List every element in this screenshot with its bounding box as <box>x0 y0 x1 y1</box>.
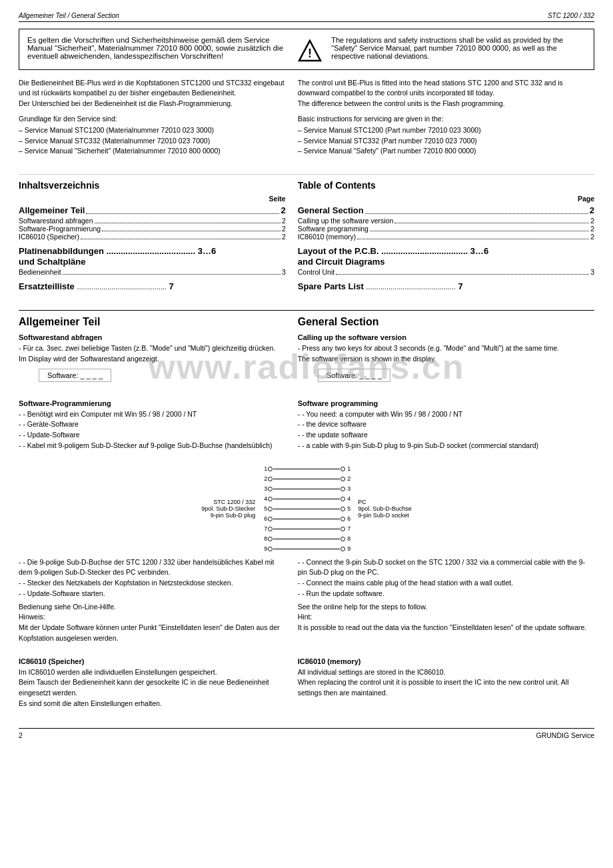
pin-diagram: 1 1 2 2 3 3 <box>259 465 354 553</box>
pin-circle-left <box>268 487 273 491</box>
pc-name: PC <box>358 499 412 505</box>
toc-left: Inhaltsverzeichnis Seite Allgemeiner Tei… <box>19 180 295 291</box>
toc-label: Bedieneinheit <box>19 268 61 276</box>
pin-row-5: 5 5 <box>259 505 354 513</box>
toc-label: IC86010 (memory) <box>298 233 356 241</box>
header-left: Allgemeiner Teil / General Section <box>19 12 119 19</box>
cable-diagram: STC 1200 / 332 9pol. Sub-D-Stecker 9-pin… <box>19 465 594 553</box>
ic-block-right: IC86010 (memory) All individual settings… <box>298 657 594 699</box>
pc-sublabel2: 9-pin Sub-D socket <box>358 512 412 519</box>
intro-section: Die Bedieneinheit BE-Plus wird in die Ko… <box>19 78 594 165</box>
pin-circle-left <box>268 497 273 501</box>
ic-title-right: IC86010 (memory) <box>298 657 594 665</box>
toc-label: Software programming <box>298 225 368 233</box>
list-item: - Geräte-Software <box>19 419 286 430</box>
software-box-right: Software: _ _ _ _ <box>318 369 390 382</box>
toc-schaltplane-left: und Schaltpläne <box>19 257 286 267</box>
toc-entry-ic-right: IC86010 (memory) 2 <box>298 233 594 241</box>
pin-circle-right <box>340 547 345 551</box>
warning-icon: ! <box>295 36 324 63</box>
toc-page-label-right: Page <box>578 195 594 203</box>
toc-right-heading: Table of Contents <box>298 180 594 191</box>
list-item: – Service Manual STC332 (Part number 720… <box>298 136 594 147</box>
pin-circle-left <box>268 537 273 541</box>
list-item: - Kabel mit 9-poligem Sub-D-Stecker auf … <box>19 441 286 451</box>
page-footer: 2 GRUNDIG Service <box>19 728 594 739</box>
toc-label: IC86010 (Speicher) <box>19 233 79 241</box>
toc-label: Softwarestand abfragen <box>19 217 93 225</box>
swprog-block-left: Software-Programmierung - Benötigt wird … <box>19 399 286 451</box>
ic-body1-right: All individual settings are stored in th… <box>298 667 594 678</box>
toc-label: Software-Programmierung <box>19 225 101 233</box>
wire <box>273 539 340 539</box>
intro-right-block: The control unit BE-Plus is fitted into … <box>298 78 594 157</box>
list-item: - the update software <box>298 430 594 441</box>
pin-row-7: 7 7 <box>259 525 354 533</box>
toc-circuit-right: and Circuit Diagrams <box>298 257 594 267</box>
sw-abfragen-body2-left: Im Display wird der Softwarestand angeze… <box>19 354 286 365</box>
list-item: - Update-Software <box>19 430 286 441</box>
pin-circle-right <box>340 517 345 521</box>
toc-label: Control Unit <box>298 268 334 276</box>
pin-circle-left <box>268 507 273 511</box>
list-item: – Service Manual STC332 (Materialnummer … <box>19 136 286 147</box>
list-item: - Benötigt wird ein Computer mit Win 95 … <box>19 409 286 420</box>
wire <box>273 469 340 469</box>
sw-abfragen-block-left: Softwarestand abfragen - Für ca. 3sec. z… <box>19 333 286 386</box>
after-diagram-left: - Die 9-polige Sub-D-Buchse der STC 1200… <box>19 557 295 652</box>
toc-entry-general-right: General Section 2 <box>298 205 594 215</box>
pin-row-9: 9 9 <box>259 545 354 553</box>
sw-abfragen-left: Softwarestand abfragen - Für ca. 3sec. z… <box>19 333 295 394</box>
allgemeiner-title-left: Allgemeiner Teil <box>19 316 286 328</box>
toc-section: Inhaltsverzeichnis Seite Allgemeiner Tei… <box>19 174 594 291</box>
sw-abfragen-right: Calling up the software version - Press … <box>295 333 594 394</box>
intro-right-p1: The control unit BE-Plus is fitted into … <box>298 78 594 97</box>
toc-label: Allgemeiner Teil <box>19 205 85 215</box>
after-diagram-section: - Die 9-polige Sub-D-Buchse der STC 1200… <box>19 557 594 652</box>
list-item: – Service Manual "Sicherheit" (Materialn… <box>19 146 286 157</box>
list-item: – Service Manual STC1200 (Part number 72… <box>298 125 594 136</box>
softwarestand-section: Softwarestand abfragen - Für ca. 3sec. z… <box>19 333 594 394</box>
toc-left-heading: Inhaltsverzeichnis <box>19 180 286 191</box>
allgemeiner-title-right: General Section <box>298 316 594 328</box>
toc-entry-sw-right: Calling up the software version 2 <box>298 217 594 225</box>
toc-page: 2 <box>281 205 285 215</box>
wire <box>273 519 340 519</box>
stc-sublabel2: 9-pin Sub-D plug <box>201 512 255 519</box>
intro-left-p1: Die Bedieneinheit BE-Plus wird in die Ko… <box>19 78 286 97</box>
pin-row-2: 2 2 <box>259 475 354 483</box>
intro-left: Die Bedieneinheit BE-Plus wird in die Ko… <box>19 78 295 165</box>
ic-body2-left: Beim Tausch der Bedieneinheit kann der g… <box>19 677 286 699</box>
toc-label: General Section <box>298 205 364 215</box>
footer-page-number: 2 <box>19 731 23 739</box>
stc-name: STC 1200 / 332 <box>201 499 255 505</box>
intro-left-block: Die Bedieneinheit BE-Plus wird in die Ko… <box>19 78 286 157</box>
pin-circle-left <box>268 547 273 551</box>
swprog-list-left: - Benötigt wird ein Computer mit Win 95 … <box>19 409 286 451</box>
swprog-list-right: - You need: a computer with Win 95 / 98 … <box>298 409 594 451</box>
allgemeiner-section: Allgemeiner Teil General Section <box>19 310 594 333</box>
ic-body1-left: Im IC86010 werden alle individuellen Ein… <box>19 667 286 678</box>
toc-right: Table of Contents Page General Section 2… <box>295 180 594 291</box>
toc-entry-general-left: Allgemeiner Teil 2 <box>19 205 286 215</box>
pin-circle-right <box>340 527 345 531</box>
pin-circle-right <box>340 537 345 541</box>
wire <box>273 489 340 489</box>
toc-entry-swprog-right: Software programming 2 <box>298 225 594 233</box>
toc-bedieneinheit-left: Bedieneinheit 3 <box>19 268 286 276</box>
list-item: - Connect the 9-pin Sub-D socket on the … <box>298 557 594 579</box>
intro-left-p3: Grundlage für den Service sind: <box>19 114 286 124</box>
wire <box>273 529 340 529</box>
pin-row-4: 4 4 <box>259 495 354 503</box>
swprog-left: Software-Programmierung - Benötigt wird … <box>19 399 295 459</box>
swprog-section: Software-Programmierung - Benötigt wird … <box>19 399 594 459</box>
pin-row-6: 6 6 <box>259 515 354 523</box>
warning-right-text: The regulations and safety instructions … <box>331 36 586 60</box>
pin-circle-left <box>268 467 273 471</box>
list-item: - the device software <box>298 419 594 430</box>
wire <box>273 509 340 509</box>
ic-title-left: IC86010 (Speicher) <box>19 657 286 665</box>
pin-circle-right <box>340 477 345 481</box>
toc-platinen-left: Platinenabbildungen ....................… <box>19 246 286 256</box>
sw-abfragen-title-left: Softwarestand abfragen <box>19 333 286 341</box>
